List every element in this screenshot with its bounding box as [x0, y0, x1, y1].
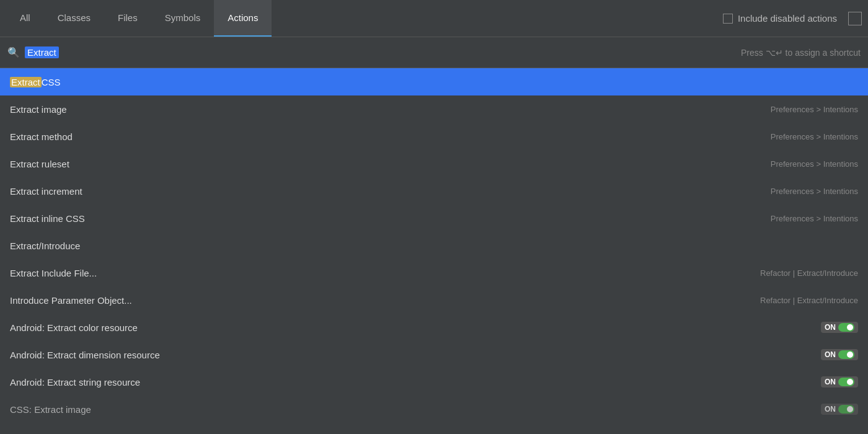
item-label-1: Extract CSS	[10, 77, 858, 87]
tab-list: All Classes Files Symbols Actions	[6, 0, 272, 37]
item-label-11: Android: Extract dimension resource	[10, 350, 821, 360]
tab-classes[interactable]: Classes	[44, 0, 104, 37]
item-label-13: CSS: Extract image	[10, 404, 821, 415]
search-icon: 🔍	[7, 46, 20, 58]
toggle-switch-10[interactable]	[838, 323, 854, 332]
result-item-6[interactable]: Extract inline CSS Preferences > Intenti…	[0, 205, 868, 232]
result-item-4[interactable]: Extract ruleset Preferences > Intentions	[0, 150, 868, 177]
tab-bar: All Classes Files Symbols Actions Includ…	[0, 0, 868, 37]
tab-actions[interactable]: Actions	[214, 0, 272, 37]
item-category-4: Preferences > Intentions	[771, 159, 858, 169]
item-label-6: Extract inline CSS	[10, 213, 771, 224]
include-disabled-area[interactable]: Include disabled actions	[723, 12, 862, 25]
item-label-8: Extract Include File...	[10, 268, 760, 278]
result-item-3[interactable]: Extract method Preferences > Intentions	[0, 123, 868, 150]
item-label-7: Extract/Introduce	[10, 241, 858, 251]
search-bar: 🔍 Extract Press ⌥↵ to assign a shortcut	[0, 37, 868, 68]
toggle-on-label-11: ON	[825, 350, 836, 359]
tab-all[interactable]: All	[6, 0, 44, 37]
result-item-7[interactable]: Extract/Introduce	[0, 232, 868, 259]
result-item-13[interactable]: CSS: Extract image ON	[0, 396, 868, 423]
item-label-12: Android: Extract string resource	[10, 377, 821, 388]
result-item-8[interactable]: Extract Include File... Refactor | Extra…	[0, 259, 868, 286]
item-highlight-1: Extract	[10, 77, 42, 87]
item-label-10: Android: Extract color resource	[10, 322, 821, 333]
toggle-switch-12[interactable]	[838, 378, 854, 386]
tab-symbols[interactable]: Symbols	[151, 0, 215, 37]
tab-files[interactable]: Files	[104, 0, 151, 37]
item-label-4: Extract ruleset	[10, 159, 771, 169]
item-category-8: Refactor | Extract/Introduce	[760, 268, 858, 278]
toggle-10[interactable]: ON	[821, 322, 858, 333]
item-category-11: ON	[821, 349, 858, 360]
item-category-3: Preferences > Intentions	[771, 132, 858, 141]
item-label-3: Extract method	[10, 131, 771, 142]
item-category-6: Preferences > Intentions	[771, 214, 858, 223]
results-list: Extract CSS Extract image Preferences > …	[0, 68, 868, 434]
result-item-5[interactable]: Extract increment Preferences > Intentio…	[0, 177, 868, 205]
item-category-5: Preferences > Intentions	[771, 187, 858, 196]
item-category-12: ON	[821, 376, 858, 388]
item-category-9: Refactor | Extract/Introduce	[760, 296, 858, 305]
toggle-11[interactable]: ON	[821, 349, 858, 360]
item-label-5: Extract increment	[10, 186, 771, 197]
result-item-10[interactable]: Android: Extract color resource ON	[0, 314, 868, 341]
toggle-on-label-12: ON	[825, 378, 836, 386]
toggle-on-label-10: ON	[825, 323, 836, 332]
toggle-13[interactable]: ON	[821, 404, 858, 415]
result-item-12[interactable]: Android: Extract string resource ON	[0, 368, 868, 396]
result-item-2[interactable]: Extract image Preferences > Intentions	[0, 95, 868, 123]
include-disabled-checkbox[interactable]	[723, 14, 733, 24]
search-input[interactable]: Extract	[25, 46, 59, 58]
shortcut-hint: Press ⌥↵ to assign a shortcut	[741, 48, 861, 58]
toggle-switch-11[interactable]	[838, 350, 854, 359]
window-expand-button[interactable]	[848, 12, 862, 25]
item-category-13: ON	[821, 404, 858, 415]
toggle-12[interactable]: ON	[821, 376, 858, 388]
result-item-9[interactable]: Introduce Parameter Object... Refactor |…	[0, 286, 868, 314]
search-highlight: Extract	[25, 46, 59, 58]
toggle-switch-13[interactable]	[838, 405, 854, 414]
toggle-on-label-13: ON	[825, 405, 836, 414]
item-category-2: Preferences > Intentions	[771, 105, 858, 114]
include-disabled-label: Include disabled actions	[738, 13, 837, 24]
result-item-1[interactable]: Extract CSS	[0, 68, 868, 95]
item-label-9: Introduce Parameter Object...	[10, 295, 760, 306]
result-item-11[interactable]: Android: Extract dimension resource ON	[0, 341, 868, 368]
main-container: All Classes Files Symbols Actions Includ…	[0, 0, 868, 434]
item-category-10: ON	[821, 322, 858, 333]
item-label-2: Extract image	[10, 104, 771, 115]
